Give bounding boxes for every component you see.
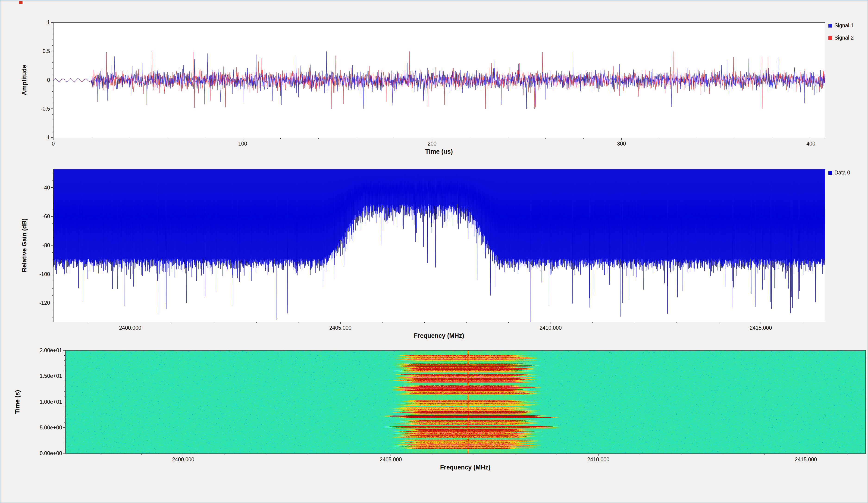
legend-item[interactable]: Signal 1 [828,22,854,29]
y-tick-mark [51,80,53,80]
y-minor-tick [52,132,53,132]
y-tick-label: 0.00e+00 [32,450,62,457]
x-minor-tick [280,138,281,139]
x-tick-mark [550,322,551,324]
x-minor-tick [508,322,509,323]
y-tick-label: -1 [28,134,50,141]
x-tick-mark [811,138,811,140]
y-tick-mark [51,245,53,245]
y-minor-tick [52,231,53,231]
x-minor-tick [557,453,557,455]
y-minor-tick [52,74,53,74]
y-tick-mark [51,216,53,217]
x-minor-tick [474,453,474,455]
y-minor-tick [64,438,65,438]
y-tick-label: 1 [28,19,50,26]
y-tick-label: 1.00e+01 [32,399,62,405]
x-tick-label: 300 [603,141,640,147]
x-tick-label: 2400.000 [112,325,149,331]
y-tick-label: 0 [28,77,50,83]
y-tick-mark [51,137,53,138]
x-minor-tick [88,322,88,323]
waterfall-ylabel: Time (s) [14,365,23,439]
y-minor-tick [52,97,53,97]
frequency-plot-legend: Data 0 [828,170,850,182]
x-minor-tick [318,138,319,139]
y-minor-tick [52,114,53,115]
x-tick-label: 400 [792,141,829,147]
x-tick-mark [761,322,761,324]
x-tick-mark [432,138,432,140]
x-minor-tick [719,322,719,323]
y-minor-tick [64,355,65,356]
x-minor-tick [100,453,100,455]
y-minor-tick [52,28,53,28]
time-plot-canvas[interactable] [53,22,825,138]
x-tick-label: 2405.000 [372,457,409,463]
x-tick-label: 100 [224,141,261,147]
y-tick-label: -120 [28,300,50,306]
x-minor-tick [697,138,698,139]
x-tick-label: 2405.000 [322,325,359,331]
x-minor-tick [803,322,803,323]
legend-item[interactable]: Data 0 [828,170,850,176]
y-minor-tick [52,62,53,63]
y-minor-tick [64,397,65,397]
legend-item[interactable]: Signal 2 [828,35,854,41]
x-minor-tick [172,322,172,323]
time-plot-xlabel: Time (us) [388,148,490,155]
y-minor-tick [52,34,53,34]
x-tick-label: 2415.000 [787,457,825,463]
x-tick-mark [340,322,341,324]
y-minor-tick [52,267,53,267]
x-tick-label: 2400.000 [165,457,202,463]
x-minor-tick [129,138,129,139]
y-minor-tick [52,317,53,317]
frequency-plot-canvas[interactable] [53,169,825,322]
x-minor-tick [225,453,225,455]
x-minor-tick [640,453,640,455]
y-minor-tick [64,371,65,371]
y-tick-label: -80 [28,242,50,249]
y-minor-tick [64,412,65,412]
legend-swatch [828,36,832,40]
y-minor-tick [52,288,53,289]
red-indicator [19,1,22,4]
x-minor-tick [676,322,677,323]
legend-swatch [828,171,832,175]
y-tick-mark [63,350,65,350]
y-minor-tick [52,195,53,195]
waterfall-xlabel: Frequency (MHz) [414,464,516,471]
x-minor-tick [205,138,205,139]
x-minor-tick [308,453,308,455]
x-minor-tick [592,322,593,323]
x-minor-tick [266,453,266,455]
x-tick-mark [806,453,806,455]
x-minor-tick [508,138,508,139]
x-tick-mark [598,453,599,455]
x-minor-tick [764,453,765,455]
y-minor-tick [52,68,53,69]
x-tick-mark [621,138,622,140]
x-minor-tick [256,322,257,323]
x-tick-mark [242,138,243,140]
y-tick-mark [51,22,53,23]
x-tick-label: 2410.000 [532,325,569,331]
x-minor-tick [394,138,394,139]
y-minor-tick [52,103,53,103]
y-tick-mark [63,376,65,376]
waterfall-canvas[interactable] [65,350,866,454]
y-tick-label: -0.5 [28,106,50,112]
y-minor-tick [64,443,65,443]
x-minor-tick [424,322,425,323]
y-minor-tick [52,252,53,253]
y-tick-label: -100 [28,271,50,277]
y-tick-label: 5.00e+00 [32,425,62,431]
x-tick-label: 200 [414,141,451,147]
y-tick-mark [51,108,53,109]
x-minor-tick [91,138,91,139]
x-tick-label: 2410.000 [580,457,617,463]
x-minor-tick [432,453,432,455]
y-minor-tick [64,360,65,361]
x-tick-label: 0 [35,141,72,147]
